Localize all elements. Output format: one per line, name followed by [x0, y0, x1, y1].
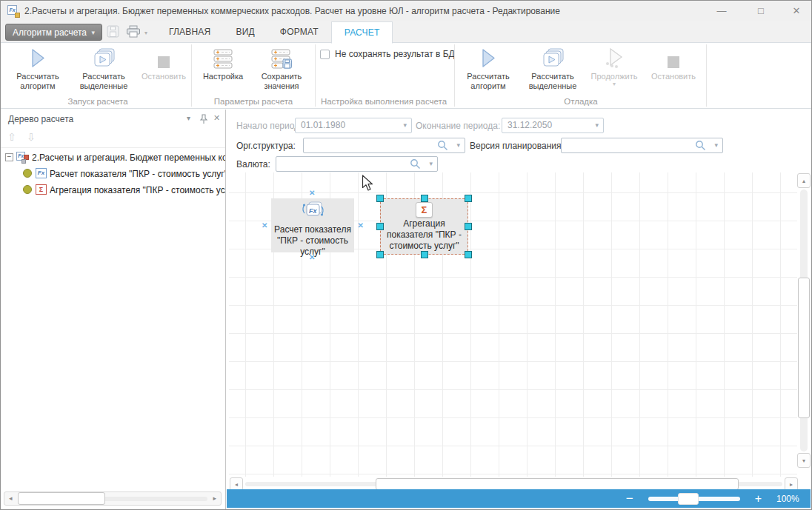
- search-icon[interactable]: [410, 158, 421, 172]
- save-icon[interactable]: [107, 25, 119, 41]
- period-end-combo: 31.12.2050 ▾: [502, 118, 604, 133]
- selection-handle[interactable]: [376, 251, 384, 258]
- tree-item-aggregation[interactable]: Σ Агрегация показателя "ПКР - стоимость …: [1, 182, 225, 198]
- node-calc-indicator[interactable]: ✕ ✕ ✕ ✕ Fx Расчет показателя "ПКР - стои…: [271, 198, 354, 252]
- currency-combo[interactable]: ▾: [276, 156, 438, 172]
- selection-handle[interactable]: [465, 251, 472, 258]
- tab-calculation[interactable]: РАСЧЕТ: [331, 21, 393, 44]
- app-logo-icon: Fx: [7, 5, 21, 18]
- debug-stop-button: Остановить: [644, 45, 703, 95]
- tab-format[interactable]: ФОРМАТ: [267, 21, 331, 43]
- connection-point-icon[interactable]: ✕: [262, 222, 267, 229]
- move-down-icon[interactable]: ⇩: [27, 131, 36, 143]
- chevron-down-icon[interactable]: ▾: [429, 161, 433, 167]
- scroll-right-icon[interactable]: ▸: [213, 494, 216, 502]
- selection-handle[interactable]: [376, 195, 384, 202]
- ribbon-separator: [454, 44, 455, 107]
- horizontal-scrollbar-thumb[interactable]: [376, 478, 739, 490]
- chevron-down-icon: ▾: [588, 81, 641, 87]
- save-values-icon: [251, 45, 312, 70]
- tree-item-label: Расчет показателя "ПКР - стоимость услуг…: [50, 169, 225, 179]
- zoom-out-button[interactable]: −: [626, 492, 633, 505]
- panel-horizontal-scrollbar[interactable]: ◂ ▸: [4, 491, 222, 506]
- selection-handle[interactable]: [421, 195, 428, 202]
- debug-calc-algorithm-button[interactable]: Рассчитать алгоритм: [460, 45, 516, 95]
- selection-handle[interactable]: [376, 223, 384, 230]
- scroll-left-icon[interactable]: ◂: [9, 494, 13, 502]
- stacked-play-icon: [519, 45, 586, 70]
- continue-button: Продолжить ▾: [588, 45, 641, 95]
- minimize-button[interactable]: —: [706, 1, 737, 21]
- chevron-down-icon: ▾: [91, 29, 95, 36]
- save-values-button[interactable]: Сохранить значения: [251, 45, 312, 95]
- connection-point-icon[interactable]: ✕: [309, 189, 315, 197]
- status-circle-icon: [23, 169, 32, 178]
- tree-root-row[interactable]: − Fx 2.Расчеты и агрегация. Бюджет перем…: [1, 150, 225, 166]
- settings-button[interactable]: Настройка: [196, 45, 250, 95]
- plan-version-combo[interactable]: ▾: [561, 138, 723, 153]
- fx-icon: Fx: [36, 168, 47, 178]
- mouse-cursor-icon: [362, 175, 373, 195]
- sigma-icon: Σ: [36, 184, 47, 195]
- ribbon: Рассчитать алгоритм Рассчитать выделенны…: [1, 43, 811, 109]
- scroll-down-button[interactable]: ▾: [797, 453, 811, 468]
- calc-algorithm-button[interactable]: Рассчитать алгоритм: [10, 45, 66, 95]
- ribbon-separator: [191, 44, 192, 107]
- chevron-down-icon[interactable]: ▾: [714, 142, 718, 149]
- titlebar: Fx 2.Расчеты и агрегация. Бюджет перемен…: [1, 1, 811, 21]
- scroll-up-button[interactable]: ▴: [797, 173, 811, 188]
- zoom-in-button[interactable]: +: [755, 493, 762, 505]
- collapse-icon[interactable]: −: [5, 153, 13, 161]
- chevron-down-icon[interactable]: ▾: [456, 142, 460, 149]
- selection-handle[interactable]: [465, 223, 472, 230]
- node-aggregation-indicator[interactable]: Σ Агрегация показателя "ПКР - стоимость …: [380, 198, 468, 255]
- calc-selected-button[interactable]: Рассчитать выделенные: [69, 45, 139, 95]
- search-icon[interactable]: [437, 140, 448, 154]
- selection-handle[interactable]: [421, 251, 428, 258]
- tree-item-calc[interactable]: Fx Расчет показателя "ПКР - стоимость ус…: [1, 166, 225, 182]
- close-button[interactable]: ✕: [781, 1, 812, 21]
- selection-handle[interactable]: [465, 195, 472, 202]
- no-save-checkbox[interactable]: [320, 50, 330, 59]
- print-icon[interactable]: [126, 25, 141, 41]
- statusbar: − + 100%: [227, 489, 811, 508]
- ribbon-separator: [706, 44, 707, 107]
- vertical-scrollbar-thumb[interactable]: [798, 278, 810, 418]
- currency-label: Валюта:: [236, 159, 270, 170]
- tab-main[interactable]: ГЛАВНАЯ: [156, 21, 223, 43]
- diagram-canvas[interactable]: ✕ ✕ ✕ ✕ Fx Расчет показателя "ПКР - стои…: [229, 172, 797, 477]
- panel-menu-icon[interactable]: ▾: [187, 114, 190, 122]
- zoom-slider[interactable]: [648, 491, 740, 506]
- tree-root-label: 2.Расчеты и агрегация. Бюджет переменных…: [32, 152, 225, 163]
- qat-chevron-down-icon[interactable]: ▾: [144, 30, 147, 36]
- period-end-label: Окончание периода:: [416, 121, 500, 131]
- maximize-button[interactable]: □: [745, 1, 776, 21]
- connection-point-icon[interactable]: ✕: [358, 222, 364, 229]
- sigma-icon: Σ: [416, 202, 433, 218]
- tab-view[interactable]: ВИД: [223, 21, 267, 43]
- no-save-checkbox-label: Не сохранять результат в БД: [335, 49, 455, 59]
- scrollbar-thumb[interactable]: [18, 492, 105, 505]
- connection-point-icon[interactable]: ✕: [309, 254, 315, 261]
- continue-icon: [588, 45, 641, 70]
- zoom-slider-thumb[interactable]: [678, 493, 699, 505]
- panel-header: Дерево расчета ▾ ✕: [1, 110, 225, 129]
- ribbon-tabs: ГЛАВНАЯ ВИД ФОРМАТ РАСЧЕТ: [156, 21, 393, 43]
- fx-loop-icon: Fx: [271, 200, 354, 224]
- move-up-icon[interactable]: ⇧: [7, 131, 16, 143]
- org-structure-combo[interactable]: ▾: [303, 138, 465, 153]
- app-menu-button[interactable]: Алгоритм расчета ▾: [5, 24, 102, 41]
- ribbon-separator: [315, 44, 316, 107]
- group-label-params: Параметры расчета: [193, 97, 313, 106]
- group-label-exec: Настройка выполнения расчета: [316, 97, 451, 106]
- pin-icon[interactable]: [199, 114, 208, 127]
- debug-calc-selected-button[interactable]: Рассчитать выделенные: [519, 45, 586, 95]
- tree-item-label: Агрегация показателя "ПКР - стоимость ус…: [50, 185, 225, 195]
- svg-text:Fx: Fx: [309, 207, 317, 215]
- search-icon[interactable]: [695, 140, 706, 154]
- stacked-play-icon: [69, 45, 139, 70]
- stop-icon: [140, 45, 187, 70]
- panel-close-icon[interactable]: ✕: [213, 113, 220, 123]
- status-circle-icon: [23, 185, 32, 194]
- app-window: Fx 2.Расчеты и агрегация. Бюджет перемен…: [0, 0, 812, 510]
